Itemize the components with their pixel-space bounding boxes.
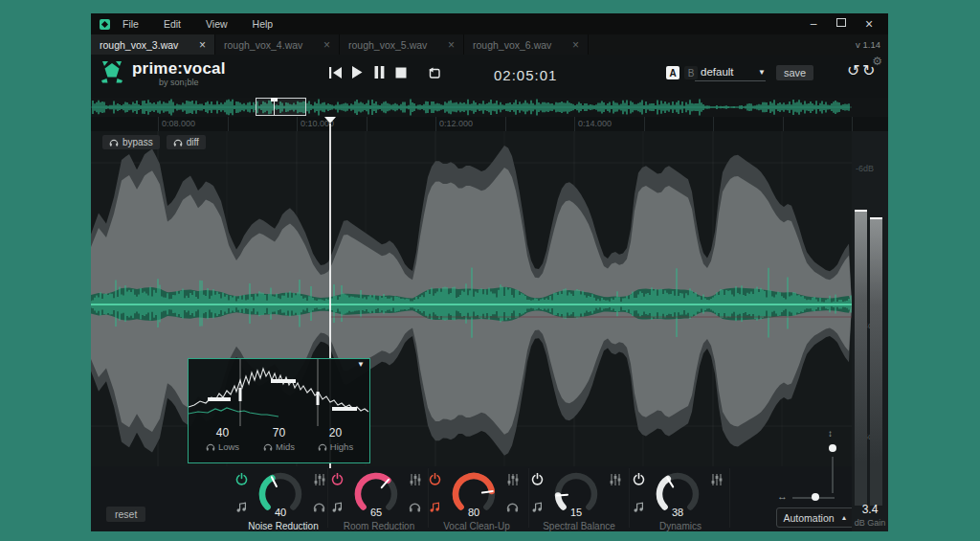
stop-button[interactable] <box>394 66 408 79</box>
tab-close-icon[interactable]: × <box>323 39 330 51</box>
overview-selection-box[interactable] <box>256 98 306 116</box>
menu-edit[interactable]: Edit <box>151 13 193 34</box>
popup-collapse-icon[interactable]: ▼ <box>357 360 365 369</box>
tab-rough-vox-5-wav[interactable]: rough_vox_5.wav× <box>340 34 464 55</box>
ruler-label: 0:12.000 <box>439 119 473 128</box>
vocal-clean-up-knob[interactable]: 80 <box>443 470 504 520</box>
spectral-balance-knob[interactable]: 15 <box>546 470 607 520</box>
tab-close-icon[interactable]: × <box>448 39 455 51</box>
tab-rough-vox-4-wav[interactable]: rough_vox_4.wav× <box>215 34 340 55</box>
knob-group-vocal-clean-up: 80Vocal Clean-Up <box>427 470 526 531</box>
preset-dropdown[interactable]: default ▼ <box>695 66 766 81</box>
preset-value: default <box>695 66 734 78</box>
sidechain-notes-icon[interactable] <box>429 501 441 512</box>
gain-label: dB Gain <box>852 518 888 528</box>
level-meter-left <box>855 210 867 506</box>
sidechain-notes-icon[interactable] <box>331 501 344 512</box>
tab-rough-vox-6-wav[interactable]: rough_vox_6.wav× <box>464 34 589 55</box>
power-icon[interactable] <box>331 473 344 485</box>
noise-reduction-knob[interactable]: 40 <box>250 470 311 520</box>
knob-value: 15 <box>570 507 582 518</box>
skip-back-button[interactable] <box>328 66 342 79</box>
tab-bar: rough_vox_3.wav×rough_vox_4.wav×rough_vo… <box>91 34 888 55</box>
bypass-button[interactable]: bypass <box>102 135 160 149</box>
titlebar: FileEditViewHelp – × <box>91 13 888 34</box>
sidechain-notes-icon[interactable] <box>531 501 544 512</box>
mids-gain-handle[interactable] <box>271 379 296 383</box>
advanced-settings-icon[interactable] <box>609 473 622 486</box>
time-display: 02:05:01 <box>494 67 557 83</box>
db-scale-label: -6dB <box>856 164 874 173</box>
crossover-handle-mid-high[interactable] <box>317 392 320 405</box>
sidechain-notes-icon[interactable] <box>235 501 248 512</box>
spectrum-curve[interactable] <box>189 359 369 426</box>
playhead-handle[interactable] <box>324 117 336 124</box>
automation-button[interactable]: Automation▲ <box>776 507 855 528</box>
monitor-buttons: bypass diff <box>102 135 206 149</box>
overview-playhead <box>274 99 275 115</box>
arrows-horizontal-icon: ↔ <box>777 490 788 502</box>
save-button[interactable]: save <box>776 65 813 80</box>
desktop: { "titlebar": {"menus": ["File", "Edit",… <box>0 0 980 541</box>
band-label: Mids <box>251 441 307 452</box>
headphone-icon[interactable] <box>206 442 215 451</box>
play-button[interactable] <box>350 66 364 79</box>
transport-controls <box>328 66 441 79</box>
diff-button[interactable]: diff <box>167 135 206 149</box>
knob-group-dynamics: 38Dynamics <box>631 470 730 531</box>
solo-headphone-icon[interactable] <box>506 501 519 512</box>
knob-value: 65 <box>370 507 382 518</box>
tab-close-icon[interactable]: × <box>572 39 579 51</box>
sidechain-notes-icon[interactable] <box>633 501 645 512</box>
menu-help[interactable]: Help <box>240 13 286 34</box>
maximize-button[interactable] <box>832 13 851 34</box>
room-reduction-knob[interactable]: 65 <box>345 470 407 520</box>
advanced-settings-icon[interactable] <box>710 473 724 486</box>
reset-button[interactable]: reset <box>106 507 145 522</box>
vertical-zoom-handle[interactable] <box>829 444 836 452</box>
vertical-zoom-slider[interactable]: ↕ <box>824 428 841 495</box>
minimize-button[interactable]: – <box>804 13 823 34</box>
time-ruler[interactable]: 0:08.0000:10.0000:12.0000:14.000 <box>91 117 888 131</box>
ab-a-button[interactable]: A <box>666 66 679 79</box>
window-controls: – × <box>804 13 879 34</box>
knob-value: 38 <box>672 507 683 518</box>
tab-rough-vox-3-wav[interactable]: rough_vox_3.wav× <box>91 34 215 55</box>
power-icon[interactable] <box>235 473 248 485</box>
parameter-panel: reset 40Noise Reduction65Room Reduction8… <box>91 466 852 531</box>
knob-group-noise-reduction: 40Noise Reduction <box>234 470 333 531</box>
band-lows: 40Lows <box>194 426 251 452</box>
menu-view[interactable]: View <box>193 13 240 34</box>
power-icon[interactable] <box>429 473 441 485</box>
solo-headphone-icon[interactable] <box>313 501 325 512</box>
knob-label: Room Reduction <box>329 521 429 531</box>
loop-button[interactable] <box>428 66 441 79</box>
chevron-down-icon: ▼ <box>758 68 766 77</box>
advanced-settings-icon[interactable] <box>313 473 326 486</box>
dynamics-knob[interactable]: 38 <box>647 470 708 520</box>
headphone-icon[interactable] <box>318 442 327 451</box>
menubar: FileEditViewHelp <box>110 13 285 34</box>
width-slider-handle[interactable] <box>812 493 819 501</box>
knob-group-spectral-balance: 15Spectral Balance <box>529 470 629 531</box>
highs-gain-handle[interactable] <box>332 407 357 411</box>
gear-icon[interactable]: ⚙ <box>872 55 882 68</box>
crossover-handle-low-mid[interactable] <box>239 388 242 401</box>
advanced-settings-icon[interactable] <box>506 473 520 486</box>
undo-icon[interactable]: ↺ <box>847 62 859 79</box>
pause-button[interactable] <box>372 66 386 79</box>
power-icon[interactable] <box>633 473 645 485</box>
advanced-settings-icon[interactable] <box>409 473 422 486</box>
menu-file[interactable]: File <box>110 13 151 34</box>
solo-headphone-icon[interactable] <box>409 501 421 512</box>
knob-label: Vocal Clean-Up <box>427 521 526 531</box>
waveform-overview[interactable] <box>91 98 888 117</box>
plugin-window: FileEditViewHelp – × rough_vox_3.wav×rou… <box>91 13 888 531</box>
ab-compare: A B <box>666 66 698 79</box>
close-button[interactable]: × <box>859 13 879 34</box>
headphone-icon[interactable] <box>263 442 273 451</box>
lows-gain-handle[interactable] <box>208 397 231 401</box>
knob-label: Spectral Balance <box>529 521 629 531</box>
tab-close-icon[interactable]: × <box>199 39 206 51</box>
power-icon[interactable] <box>531 473 544 485</box>
